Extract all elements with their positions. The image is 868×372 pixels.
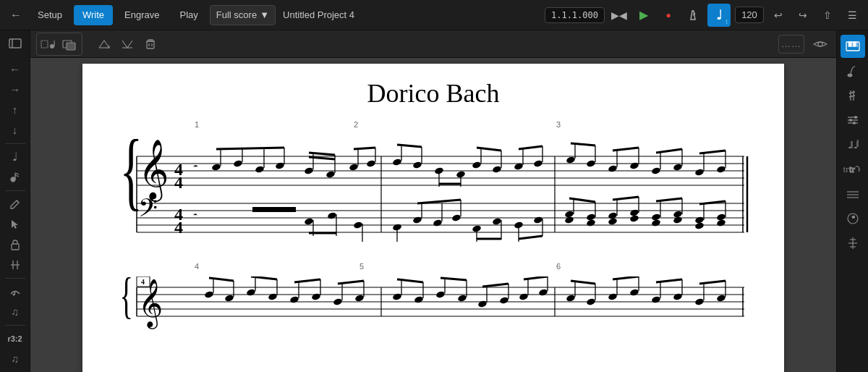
delete-button[interactable] [140,35,161,54]
articulation-button[interactable]: ♫ [4,350,27,368]
score-scroll[interactable]: Dorico Bach 1 2 3 { [30,58,836,372]
svg-point-213 [519,292,529,301]
svg-point-190 [311,292,321,301]
svg-line-136 [519,236,542,239]
right-sidebar: ♩ ♩ tr tr [836,30,868,372]
svg-point-101 [673,163,683,172]
lock-button[interactable] [4,236,27,253]
svg-line-157 [656,198,682,201]
menu-button[interactable]: ☰ [842,5,862,25]
svg-point-138 [564,210,574,219]
accidentals-panel-button[interactable] [841,84,865,107]
lines-panel-button[interactable] [841,109,865,132]
nav-down-button[interactable]: ↓ [4,122,27,139]
tab-setup[interactable]: Setup [29,5,71,25]
svg-point-208 [477,300,488,308]
svg-point-155 [673,210,683,219]
nav-back-button[interactable]: ← [4,60,27,77]
undo-button[interactable]: ↩ [768,5,788,25]
slur-button[interactable] [4,283,27,300]
svg-line-150 [613,197,639,200]
svg-point-55 [275,161,285,170]
svg-point-198 [392,292,402,301]
svg-point-152 [651,213,661,221]
selection-tool-button[interactable] [60,35,80,54]
score-title: Dorico Bach [111,78,755,109]
svg-line-222 [571,281,595,284]
share-button[interactable]: ⇧ [817,5,838,25]
svg-point-66 [366,159,376,168]
keyboard-panel-button[interactable] [841,35,865,58]
svg-rect-244 [849,42,851,46]
more-tools-button[interactable]: …… [778,35,804,54]
svg-point-4 [11,177,15,182]
tab-write[interactable]: Write [74,5,113,25]
svg-point-145 [608,211,618,220]
nav-forward-button[interactable]: → [4,80,27,98]
svg-point-69 [392,158,402,166]
grace-note-button[interactable]: ♫ [4,303,27,321]
metronome-button[interactable] [683,5,703,25]
ornaments-panel-button[interactable]: tr tr [841,158,865,181]
top-toolbar: ← Setup Write Engrave Play Full score ▼ … [0,0,868,30]
measure-num-5: 5 [359,262,364,271]
note-input-btn[interactable]: ♩ ↕ [707,4,731,27]
svg-point-113 [327,211,337,220]
sidebar-divider-3 [5,278,25,279]
svg-line-8 [17,200,19,203]
mirror-button[interactable] [117,35,137,54]
svg-point-228 [651,295,661,304]
back-button[interactable]: ← [6,5,26,25]
pitch-before-duration-button[interactable] [4,169,27,186]
tab-play[interactable]: Play [171,5,207,25]
repeats-panel-button[interactable] [841,207,865,230]
svg-point-89 [566,156,576,164]
notes-panel-button[interactable]: ♩ ♩ [841,133,865,156]
svg-point-215 [538,288,548,297]
svg-text:𝄞: 𝄞 [138,140,169,202]
svg-point-122 [433,219,443,227]
record-button[interactable]: ● [658,5,678,25]
svg-line-192 [294,279,320,282]
flip-button[interactable] [94,35,114,54]
cursor-button[interactable] [4,216,27,233]
svg-point-25 [818,42,822,46]
svg-point-51 [233,159,243,168]
note-tool-button[interactable] [38,35,59,54]
svg-point-148 [629,208,639,217]
score-dropdown[interactable]: Full score ▼ [210,5,276,25]
note-input-mode-button[interactable]: ♩ [4,148,27,165]
fingering-panel-button[interactable] [841,232,865,255]
svg-point-111 [304,217,314,226]
rewind-button[interactable]: ▶◀ [609,5,629,25]
svg-point-79 [472,161,482,169]
svg-point-53 [255,165,265,174]
svg-rect-22 [147,41,154,48]
svg-point-254 [854,116,857,119]
pencil-button[interactable] [4,195,27,212]
svg-point-129 [492,217,502,226]
panel-toggle-button[interactable] [4,35,27,52]
svg-line-227 [613,276,639,279]
top-bar-right: 1.1.1.000 ▶◀ ▶ ● ♩ ↕ 120 ↩ ↪ ⇧ ☰ [545,4,862,27]
svg-line-237 [699,281,726,284]
svg-point-159 [694,216,705,224]
measure-numbers-row-2: 4 5 6 [195,262,749,276]
notation-panel-button[interactable] [841,59,865,83]
tab-engrave[interactable]: Engrave [116,5,168,25]
dynamics-panel-button[interactable] [841,182,865,206]
svg-text:4: 4 [174,173,183,192]
redo-button[interactable]: ↪ [793,5,813,25]
svg-line-197 [338,281,364,284]
svg-rect-19 [67,43,75,50]
staff-system-2: { 𝄞 4 [115,276,752,338]
play-button[interactable]: ▶ [634,5,654,25]
svg-point-185 [268,292,278,301]
svg-point-183 [246,288,256,297]
nav-up-button[interactable]: ↑ [4,101,27,118]
sidebar-divider-1 [5,143,25,144]
chord-button[interactable] [4,256,27,274]
tuplet-button[interactable]: r3:2 [4,330,27,347]
eye-button[interactable] [810,35,830,54]
left-sidebar: ← → ↑ ↓ ♩ [0,30,30,372]
